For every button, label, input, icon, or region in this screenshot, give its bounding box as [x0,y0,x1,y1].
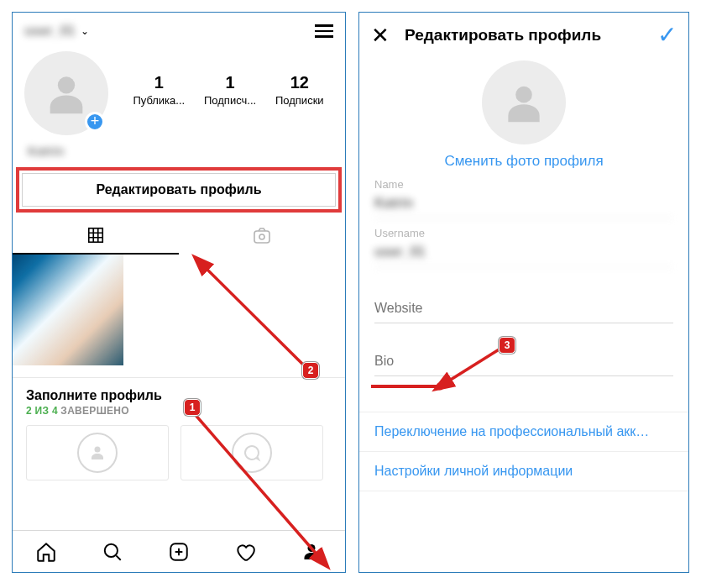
create-icon [168,541,190,563]
completion-label: ЗАВЕРШЕНО [60,405,129,417]
svg-point-7 [308,544,316,552]
website-field[interactable] [374,296,673,323]
search-icon [102,541,123,563]
stat-followers[interactable]: 1 Подписч... [204,73,256,107]
edit-header-title: Редактировать профиль [405,26,642,45]
home-icon [35,541,57,563]
settings-links: Переключение на профессиональный акк… На… [359,412,688,491]
bottom-nav [13,530,345,572]
annotation-badge-3: 3 [499,337,515,354]
username-switcher[interactable]: user_01 ⌄ [24,24,89,39]
chevron-down-icon: ⌄ [81,25,89,37]
suggestion-card[interactable] [180,425,323,480]
post-thumbnail[interactable] [13,255,123,365]
svg-point-5 [105,543,118,556]
change-photo-link[interactable]: Сменить фото профиля [359,153,688,170]
username-field[interactable] [374,239,673,267]
profile-tabs [13,218,345,255]
confirm-icon[interactable]: ✓ [657,21,677,49]
person-icon [42,69,91,118]
completion-title: Заполните профиль [26,388,332,403]
tab-grid[interactable] [13,218,179,255]
username-label: Username [374,227,673,239]
nav-profile[interactable] [279,531,345,572]
stat-posts[interactable]: 1 Публика... [133,73,185,107]
svg-rect-2 [254,231,269,243]
heart-icon [234,541,256,563]
nav-home[interactable] [13,531,79,572]
chat-icon [242,443,262,463]
tagged-icon [252,226,272,246]
grid-icon [86,226,105,244]
posts-grid [13,255,345,365]
svg-point-3 [259,234,264,239]
display-name: Katrin [28,144,64,158]
edit-profile-highlight: Редактировать профиль [16,167,342,213]
personal-info-link[interactable]: Настройки личной информации [359,452,688,491]
username: user_01 [24,24,76,39]
svg-point-0 [58,76,75,93]
svg-point-10 [515,87,532,103]
tab-tagged[interactable] [179,218,345,255]
close-icon[interactable]: ✕ [371,24,390,46]
person-icon [87,443,107,463]
add-story-icon[interactable]: + [85,112,105,132]
name-label: Name [374,178,673,191]
switch-pro-link[interactable]: Переключение на профессиональный акк… [359,412,688,452]
svg-point-4 [95,446,101,452]
suggestion-card[interactable] [26,425,169,480]
profile-icon [301,542,322,562]
annotation-badge-2: 2 [302,362,319,379]
avatar[interactable]: + [24,51,108,135]
stat-following[interactable]: 12 Подписки [275,73,324,107]
annotation-badge-1: 1 [184,399,201,416]
edit-profile-screen: ✕ Редактировать профиль ✓ Сменить фото п… [358,12,689,573]
nav-search[interactable] [79,531,145,572]
edit-avatar[interactable] [482,60,566,144]
person-icon [500,79,547,126]
edit-header: ✕ Редактировать профиль ✓ [359,13,688,55]
profile-header: user_01 ⌄ [13,13,345,46]
nav-create[interactable] [145,531,212,572]
nav-activity[interactable] [212,531,279,572]
bio-field[interactable] [374,349,673,376]
profile-screen: user_01 ⌄ + 1 Публика... 1 Подписч... 12… [12,12,346,573]
menu-icon[interactable] [315,21,333,41]
completion-count: 2 ИЗ 4 [26,405,58,417]
edit-profile-button[interactable]: Редактировать профиль [22,173,336,207]
svg-rect-1 [89,228,103,242]
name-field[interactable] [374,191,673,218]
profile-completion: Заполните профиль 2 ИЗ 4 ЗАВЕРШЕНО [13,377,345,489]
